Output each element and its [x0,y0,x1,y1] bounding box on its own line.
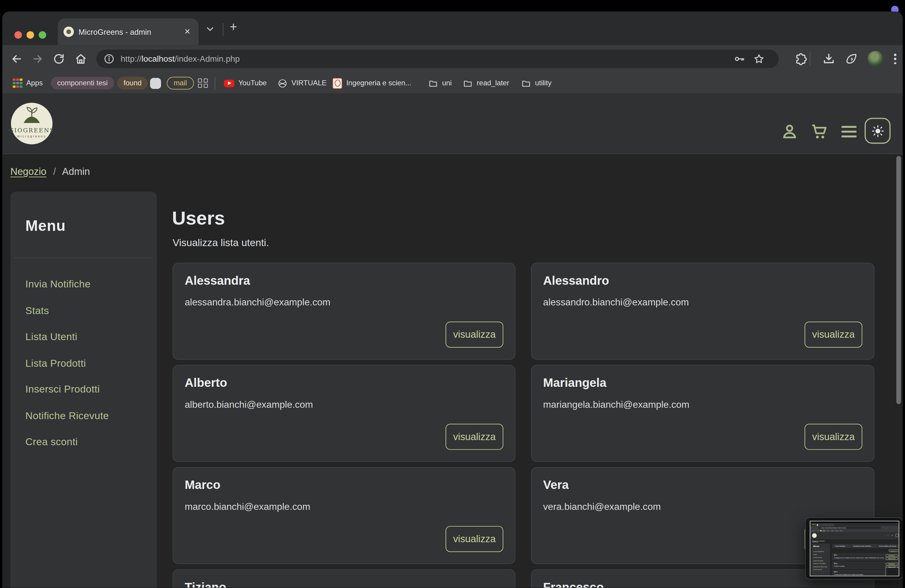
user-name: Francesco [543,580,604,588]
bookmark-label: utility [535,79,552,87]
tabstrip-separator [223,23,223,36]
url-path: /index-Admin.php [175,54,240,63]
performance-leaf-icon[interactable] [844,52,858,66]
bookmark-grid-icon[interactable] [198,73,207,94]
sidebar-item-lista-utenti[interactable]: Lista Utenti [25,324,151,350]
bookmark-label: Apps [26,79,43,87]
bookmark-label: uni [442,79,452,87]
user-name: Marco [185,478,220,492]
bookmark-folder-utility[interactable]: utility [521,73,551,94]
browser-tab[interactable]: MicroGreens - admin ✕ [58,19,199,45]
site-info-icon[interactable] [103,53,115,65]
address-bar[interactable]: http://localhost/index-Admin.php [96,50,779,68]
mini-notification-row: ID:1Il pagamento relativo al suo ordine … [832,553,899,561]
mini-tabstrip [810,523,899,526]
mini-theme-button [895,534,899,537]
new-tab-button[interactable]: + [230,20,237,35]
site-logo[interactable]: GIOGREENS microgreens [11,103,53,144]
screen: MicroGreens - admin ✕ + [0,0,905,588]
bookmark-folder-read-later[interactable]: read_later [463,73,510,94]
thumbnail-screen: http://localhost/index-Admin.php ◦⌂≡ [810,521,899,576]
breadcrumb: Negozio / Admin [11,166,90,178]
grid-2x2-icon [198,78,207,88]
user-name: Tiziano [185,580,226,588]
sidebar-item-lista-prodotti[interactable]: Lista Prodotti [25,350,151,377]
admin-sidebar: Menu Invia Notifiche Stats Lista Utenti … [11,192,157,588]
visualizza-button[interactable]: visualizza [805,424,862,450]
mini-nested-thumbnail [885,567,899,576]
tab-group-mail[interactable]: mail [167,73,194,94]
bookmark-youtube[interactable]: YouTube [224,73,267,94]
profile-avatar[interactable] [868,51,883,67]
password-key-icon[interactable] [734,53,745,65]
folder-icon [428,78,438,88]
browser-toolbar: http://localhost/index-Admin.php [2,45,903,73]
bookmarks-bar: Apps componenti tesi found mail YouTube [2,73,903,94]
close-window-button[interactable] [14,31,22,38]
reload-icon[interactable] [52,52,65,65]
mini-notification-dot [899,521,899,523]
visualizza-button[interactable]: visualizza [446,321,503,348]
cart-icon[interactable] [810,122,830,144]
sidebar-item-crea-sconti[interactable]: Crea sconti [25,429,151,455]
tab-group-componenti-tesi[interactable]: componenti tesi [51,73,114,94]
visualizza-button[interactable]: visualizza [446,424,503,450]
logo-title: GIOGREENS [9,128,55,133]
bookmark-virtuale[interactable]: VIRTUALE [278,73,327,94]
sidebar-item-insersci-prodotti[interactable]: Insersci Prodotti [25,376,151,403]
breadcrumb-separator: / [53,166,56,177]
sidebar-item-stats[interactable]: Stats [25,297,151,324]
extensions-puzzle-icon[interactable] [794,52,808,66]
minimize-window-button[interactable] [27,31,34,38]
theme-toggle-button[interactable] [865,118,891,144]
visualizza-button[interactable]: visualizza [805,321,862,348]
sidebar-item-notifiche-ricevute[interactable]: Notifiche Ricevute [25,403,151,429]
browser-menu-icon[interactable] [894,52,896,66]
visualizza-button[interactable]: visualizza [446,526,503,552]
university-seal-icon [332,78,342,89]
bookmark-star-icon[interactable] [753,53,765,65]
mini-window: http://localhost/index-Admin.php ◦⌂≡ [810,521,899,576]
page-title: Users [172,207,225,229]
maximize-window-button[interactable] [39,31,46,38]
mini-column-headers: Crea Notifica Visualizza lista notifiche… [832,544,899,548]
url-text: http://localhost/index-Admin.php [121,54,240,63]
user-email: alessandro.bianchi@example.com [543,297,689,308]
home-icon[interactable] [75,52,87,65]
breadcrumb-link-negozio[interactable]: Negozio [11,166,46,177]
screenshot-preview-thumbnail[interactable]: http://localhost/index-Admin.php ◦⌂≡ [805,517,903,580]
bookmark-apps[interactable]: Apps [13,73,43,94]
mini-sidebar: Menu Invia Notifiche Stats Lista Utenti … [811,544,830,576]
bookmark-label: YouTube [238,79,267,87]
mini-logo [812,533,816,538]
user-card: Marco marco.bianchi@example.com visualiz… [173,467,516,564]
youtube-icon [224,79,234,87]
scrollbar-thumb[interactable] [896,156,901,404]
tab-group-unnamed[interactable] [150,73,161,94]
sprout-icon [19,106,44,124]
back-icon[interactable] [11,52,23,65]
tab-close-icon[interactable]: ✕ [184,27,191,36]
folder-icon [463,78,473,88]
user-card: Alessandro alessandro.bianchi@example.co… [531,262,874,359]
tab-group-found[interactable]: found [117,73,148,94]
forward-icon[interactable] [31,52,44,65]
site-header: GIOGREENS microgreens [2,94,903,154]
mini-address-bar: http://localhost/index-Admin.php [819,527,881,529]
bookmark-ingegneria[interactable]: Ingegneria e scien... [332,73,411,94]
mini-bookmarks [810,529,899,532]
group-square-icon [150,78,161,89]
macos-menubar [0,0,905,12]
tab-strip: MicroGreens - admin ✕ + [2,12,903,45]
user-name: Vera [543,478,569,492]
hamburger-menu-icon[interactable] [840,124,858,141]
sidebar-title: Menu [25,217,66,235]
user-card: Alberto alberto.bianchi@example.com visu… [173,365,516,462]
download-icon[interactable] [822,52,835,66]
tab-search-chevron-icon[interactable] [206,24,215,36]
account-icon[interactable] [780,122,799,143]
sidebar-divider [14,257,153,258]
bookmark-folder-uni[interactable]: uni [428,73,452,94]
sidebar-item-invia-notifiche[interactable]: Invia Notifiche [25,271,151,297]
mini-toolbar: http://localhost/index-Admin.php [810,526,899,530]
